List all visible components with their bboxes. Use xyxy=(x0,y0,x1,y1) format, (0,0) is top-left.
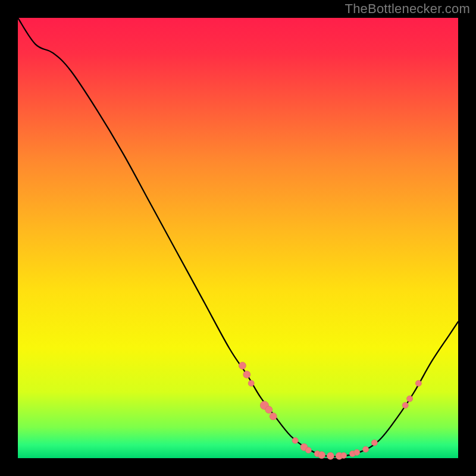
data-marker xyxy=(318,452,325,459)
chart-root: TheBottlenecker.com xyxy=(0,0,476,476)
data-marker xyxy=(292,437,298,443)
data-marker xyxy=(354,449,360,455)
marker-group xyxy=(239,362,421,460)
data-marker xyxy=(305,447,311,453)
data-marker xyxy=(363,446,369,452)
bottleneck-curve xyxy=(18,18,458,457)
data-marker xyxy=(371,440,377,446)
data-marker xyxy=(327,452,334,459)
data-marker xyxy=(415,380,421,386)
data-marker xyxy=(243,371,250,378)
data-marker xyxy=(341,453,347,459)
plot-area xyxy=(18,18,458,458)
data-marker xyxy=(402,402,408,408)
data-marker xyxy=(248,380,254,386)
data-marker xyxy=(239,362,246,369)
attribution-text: TheBottlenecker.com xyxy=(345,1,470,17)
data-marker xyxy=(265,406,273,414)
data-marker xyxy=(407,396,413,402)
data-marker xyxy=(270,413,277,420)
curve-svg xyxy=(18,18,458,458)
